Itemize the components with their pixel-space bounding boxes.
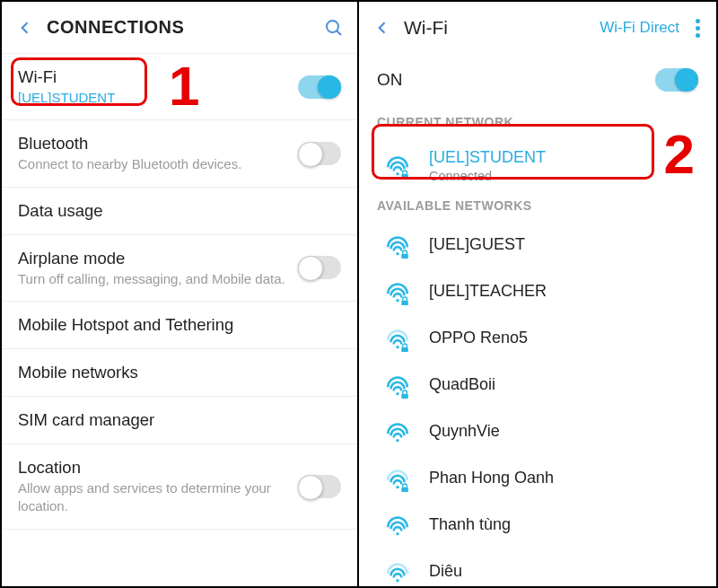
network-name: Phan Hong Oanh (429, 469, 698, 488)
network-name: [UEL]STUDENT (429, 148, 698, 168)
row-title: SIM card manager (18, 409, 341, 431)
settings-row-data-usage[interactable]: Data usage (2, 188, 357, 235)
row-title: Mobile Hotspot and Tethering (18, 314, 341, 336)
more-options-icon[interactable] (692, 15, 704, 41)
network-name: OPPO Reno5 (429, 329, 698, 348)
row-title: Wi-Fi (18, 66, 285, 88)
wifi-signal-icon (384, 232, 411, 259)
network-name: Diêu (429, 562, 698, 582)
svg-point-4 (396, 252, 398, 255)
network-row[interactable]: [UEL]TEACHER (359, 268, 716, 315)
row-title: Bluetooth (18, 133, 285, 154)
wifi-header: Wi-Fi Wi-Fi Direct (359, 2, 716, 54)
section-current-network: CURRENT NETWORK (359, 110, 716, 138)
svg-point-6 (396, 299, 398, 302)
wifi-master-toggle-row: ON (359, 54, 716, 110)
wifi-signal-icon (384, 512, 411, 539)
svg-point-13 (396, 486, 398, 488)
svg-rect-14 (401, 487, 408, 491)
available-networks-list: [UEL]GUEST[UEL]TEACHEROPPO Reno5QuadBoii… (359, 222, 716, 588)
network-row[interactable]: Phan Hong Oanh (359, 455, 716, 502)
search-icon[interactable] (323, 17, 345, 39)
svg-point-10 (396, 392, 398, 395)
settings-row-airplane-mode[interactable]: Airplane modeTurn off calling, messaging… (2, 235, 357, 302)
connections-list: Wi-Fi[UEL]STUDENTBluetoothConnect to nea… (2, 54, 357, 586)
svg-rect-7 (401, 300, 408, 304)
wifi-direct-button[interactable]: Wi-Fi Direct (600, 19, 679, 37)
settings-row-sim-card-manager[interactable]: SIM card manager (2, 397, 357, 444)
row-subtitle: Allow apps and services to determine you… (18, 479, 285, 516)
back-button[interactable] (14, 17, 36, 39)
network-name: Thanh tùng (429, 515, 698, 535)
row-subtitle: [UEL]STUDENT (18, 89, 285, 107)
connections-screen: CONNECTIONS Wi-Fi[UEL]STUDENTBluetoothCo… (2, 2, 359, 586)
row-subtitle: Turn off calling, messaging, and Mobile … (18, 270, 285, 288)
page-title: Wi-Fi (404, 17, 600, 39)
svg-rect-9 (401, 347, 408, 351)
toggle[interactable] (298, 256, 341, 279)
page-title: CONNECTIONS (47, 17, 323, 38)
svg-point-0 (327, 21, 338, 32)
back-button[interactable] (372, 17, 393, 39)
row-subtitle: Connect to nearby Bluetooth devices. (18, 155, 285, 173)
settings-row-wi-fi[interactable]: Wi-Fi[UEL]STUDENT (2, 54, 357, 120)
wifi-signal-icon (384, 372, 411, 399)
svg-point-12 (396, 439, 398, 442)
network-row[interactable]: QuadBoii (359, 362, 716, 408)
row-title: Location (18, 457, 285, 478)
svg-line-1 (337, 31, 341, 35)
network-text: [UEL]STUDENT Connected (429, 148, 698, 183)
settings-row-location[interactable]: LocationAllow apps and services to deter… (2, 444, 357, 530)
toggle[interactable] (298, 475, 341, 498)
wifi-signal-icon (384, 418, 411, 445)
network-row[interactable]: [UEL]GUEST (359, 222, 716, 268)
wifi-signal-icon (384, 152, 411, 179)
network-name: [UEL]GUEST (429, 235, 698, 255)
network-row[interactable]: Thanh tùng (359, 502, 716, 549)
svg-point-16 (396, 579, 398, 582)
svg-rect-11 (401, 393, 408, 398)
toggle[interactable] (298, 142, 341, 165)
wifi-on-label: ON (377, 70, 655, 90)
wifi-master-toggle[interactable] (655, 68, 698, 92)
row-title: Airplane mode (18, 248, 285, 269)
svg-point-8 (396, 346, 398, 348)
svg-point-2 (396, 172, 398, 175)
wifi-signal-icon (384, 558, 411, 585)
toggle[interactable] (298, 75, 341, 99)
settings-row-mobile-networks[interactable]: Mobile networks (2, 349, 357, 397)
settings-row-mobile-hotspot-and-tethering[interactable]: Mobile Hotspot and Tethering (2, 302, 357, 349)
network-name: QuadBoii (429, 375, 698, 395)
current-network-row[interactable]: [UEL]STUDENT Connected (359, 138, 716, 193)
svg-rect-3 (401, 174, 408, 179)
wifi-screen: Wi-Fi Wi-Fi Direct ON CURRENT NETWORK [U… (359, 2, 716, 586)
network-status: Connected (429, 169, 698, 183)
section-available-networks: AVAILABLE NETWORKS (359, 193, 716, 222)
row-title: Mobile networks (18, 362, 341, 383)
row-title: Data usage (18, 200, 341, 222)
svg-point-15 (396, 532, 398, 535)
network-name: QuynhVie (429, 422, 698, 442)
settings-row-bluetooth[interactable]: BluetoothConnect to nearby Bluetooth dev… (2, 120, 357, 187)
network-row[interactable]: Diêu (359, 549, 716, 588)
svg-rect-5 (401, 253, 408, 258)
network-row[interactable]: QuynhVie (359, 408, 716, 455)
network-row[interactable]: OPPO Reno5 (359, 315, 716, 362)
wifi-signal-icon (384, 465, 411, 492)
connections-header: CONNECTIONS (2, 2, 357, 54)
network-name: [UEL]TEACHER (429, 282, 698, 302)
wifi-signal-icon (384, 325, 411, 352)
wifi-signal-icon (384, 278, 411, 305)
